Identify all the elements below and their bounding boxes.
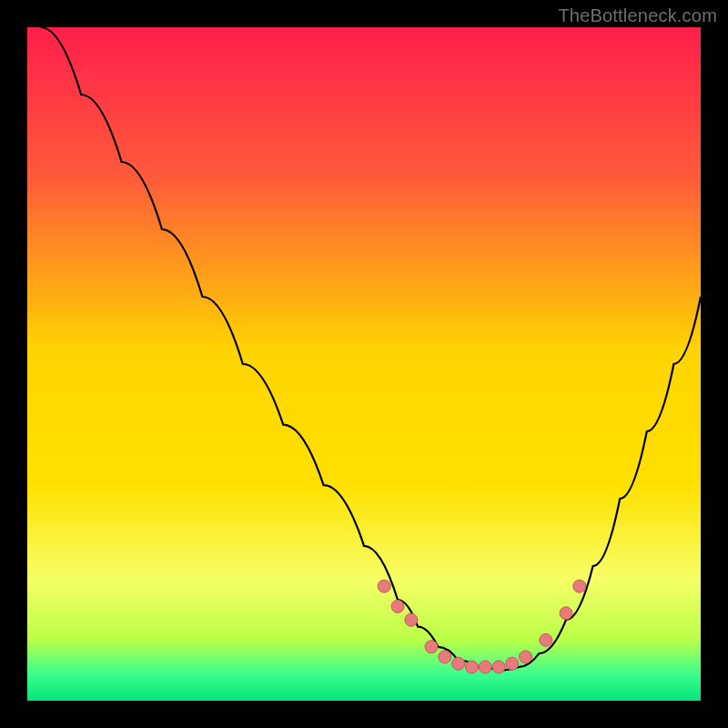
highlight-markers: [378, 580, 586, 673]
marker-dot: [391, 600, 404, 612]
marker-dot: [439, 651, 451, 663]
marker-dot: [520, 651, 532, 663]
marker-dot: [573, 580, 586, 592]
marker-dot: [452, 657, 465, 670]
watermark-text: TheBottleneck.com: [558, 5, 717, 26]
marker-dot: [540, 633, 552, 646]
marker-dot: [560, 607, 572, 620]
chart-root: TheBottleneck.com: [0, 0, 728, 728]
marker-dot: [425, 641, 438, 653]
marker-dot: [378, 580, 390, 592]
marker-dot: [465, 661, 478, 673]
plot-svg: [27, 27, 701, 701]
marker-dot: [405, 613, 418, 626]
curve-line: [41, 27, 701, 671]
marker-dot: [506, 657, 519, 670]
marker-dot: [479, 661, 491, 673]
marker-dot: [492, 661, 505, 673]
